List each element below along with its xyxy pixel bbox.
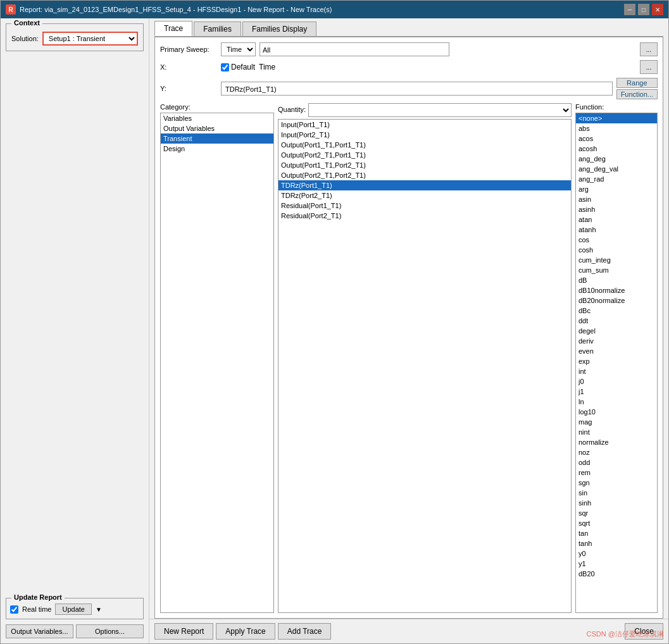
function-item-atanh[interactable]: atanh: [576, 225, 657, 235]
function-item-exp[interactable]: exp: [576, 356, 657, 366]
function-item-deriv[interactable]: deriv: [576, 336, 657, 346]
function-item-db20[interactable]: dB20: [576, 569, 657, 579]
primary-sweep-label: Primary Sweep:: [160, 46, 217, 53]
function-item-cos[interactable]: cos: [576, 235, 657, 245]
function-item-acos[interactable]: acos: [576, 133, 657, 144]
category-item-transient[interactable]: Transient: [161, 133, 273, 144]
update-button[interactable]: Update: [55, 604, 91, 615]
quantity-item-4[interactable]: Output(Port1_T1,Port2_T1): [278, 160, 571, 170]
function-item-sgn[interactable]: sgn: [576, 478, 657, 488]
bottom-left-buttons: New Report Apply Trace Add Trace: [154, 623, 331, 640]
function-item-tanh[interactable]: tanh: [576, 538, 657, 548]
function-item-sqr[interactable]: sqr: [576, 508, 657, 518]
function-item-normalize[interactable]: normalize: [576, 437, 657, 447]
category-list: Variables Output Variables Transient Des…: [160, 113, 274, 613]
solution-label: Solution:: [11, 35, 39, 42]
maximize-button[interactable]: □: [638, 4, 649, 15]
function-item-degel[interactable]: degel: [576, 326, 657, 336]
main-window: R Report: via_sim_24_0123_EMDesign1_HFSS…: [0, 0, 669, 644]
function-item-sinh[interactable]: sinh: [576, 498, 657, 508]
quantity-item-8[interactable]: Residual(Port1_T1): [278, 201, 571, 211]
function-item-j1[interactable]: j1: [576, 387, 657, 397]
function-item-db[interactable]: dB: [576, 275, 657, 285]
category-item-variables[interactable]: Variables: [161, 113, 273, 123]
function-item-ang-rad[interactable]: ang_rad: [576, 174, 657, 184]
x-dots-button[interactable]: ...: [640, 60, 658, 74]
function-item-atan[interactable]: atan: [576, 214, 657, 225]
function-item-none[interactable]: <none>: [576, 113, 657, 123]
function-item-mag[interactable]: mag: [576, 417, 657, 427]
quantity-item-1[interactable]: Input(Port2_T1): [278, 130, 571, 140]
function-item-log10[interactable]: log10: [576, 407, 657, 417]
function-item-j0[interactable]: j0: [576, 376, 657, 387]
x-default-checkbox[interactable]: [221, 63, 229, 71]
range-button[interactable]: Range: [616, 78, 658, 88]
function-item-ang-deg-val[interactable]: ang_deg_val: [576, 164, 657, 174]
quantity-header: Quantity:: [278, 106, 306, 113]
function-item-ddt[interactable]: ddt: [576, 316, 657, 326]
primary-sweep-dropdown[interactable]: Time: [221, 42, 256, 56]
tab-families[interactable]: Families: [194, 22, 241, 36]
new-report-button[interactable]: New Report: [154, 623, 213, 640]
function-item-cum-integ[interactable]: cum_integ: [576, 255, 657, 265]
function-item-asinh[interactable]: asinh: [576, 204, 657, 214]
function-item-sqrt[interactable]: sqrt: [576, 518, 657, 528]
function-item-noz[interactable]: noz: [576, 447, 657, 457]
apply-trace-button[interactable]: Apply Trace: [216, 623, 275, 640]
function-item-odd[interactable]: odd: [576, 457, 657, 468]
function-item-dbc[interactable]: dBc: [576, 306, 657, 316]
x-default-wrap: Default: [221, 63, 255, 71]
app-icon: R: [6, 4, 16, 15]
function-item-int[interactable]: int: [576, 366, 657, 376]
update-report-group: Update Report Real time Update ▼: [6, 598, 144, 619]
function-item-sin[interactable]: sin: [576, 488, 657, 498]
primary-sweep-dots-button[interactable]: ...: [640, 42, 658, 56]
function-item-y1[interactable]: y1: [576, 559, 657, 569]
tabs-bar: Trace Families Families Display: [149, 18, 668, 36]
options-button[interactable]: Options...: [76, 624, 144, 638]
watermark: CSDN @洁仔爱吃冰淇淋: [587, 629, 664, 639]
function-item-y0[interactable]: y0: [576, 548, 657, 559]
function-item-ang-deg[interactable]: ang_deg: [576, 154, 657, 164]
function-item-arg[interactable]: arg: [576, 184, 657, 194]
function-item-even[interactable]: even: [576, 346, 657, 356]
solution-dropdown[interactable]: Setup1 : Transient: [42, 32, 138, 46]
tab-families-display[interactable]: Families Display: [242, 22, 316, 36]
category-item-design[interactable]: Design: [161, 144, 273, 154]
minimize-button[interactable]: ─: [624, 4, 635, 15]
quantity-item-5[interactable]: Output(Port2_T1,Port2_T1): [278, 170, 571, 180]
title-bar-left: R Report: via_sim_24_0123_EMDesign1_HFSS…: [6, 4, 332, 15]
quantity-item-9[interactable]: Residual(Port2_T1): [278, 211, 571, 221]
quantity-item-6[interactable]: TDRz(Port1_T1): [278, 180, 571, 190]
left-panel: Context Solution: Setup1 : Transient Upd…: [1, 18, 149, 643]
quantity-header-row: Quantity:: [278, 103, 572, 117]
right-panel: Trace Families Families Display Primary …: [149, 18, 668, 643]
title-controls: ─ □ ✕: [624, 4, 663, 15]
context-group: Context Solution: Setup1 : Transient: [6, 23, 144, 51]
add-trace-button[interactable]: Add Trace: [278, 623, 332, 640]
function-item-acosh[interactable]: acosh: [576, 144, 657, 154]
function-item-db20normalize[interactable]: dB20normalize: [576, 295, 657, 306]
function-item-db10normalize[interactable]: dB10normalize: [576, 285, 657, 295]
function-item-tan[interactable]: tan: [576, 528, 657, 538]
tab-trace[interactable]: Trace: [154, 21, 192, 36]
realtime-checkbox[interactable]: [10, 605, 18, 614]
quantity-item-2[interactable]: Output(Port1_T1,Port1_T1): [278, 140, 571, 150]
quantity-item-0[interactable]: Input(Port1_T1): [278, 120, 571, 130]
quantity-item-3[interactable]: Output(Port2_T1,Port1_T1): [278, 150, 571, 160]
quantity-filter-dropdown[interactable]: [308, 103, 572, 117]
output-variables-button[interactable]: Output Variables...: [6, 624, 73, 638]
function-item-rem[interactable]: rem: [576, 468, 657, 478]
function-item-asin[interactable]: asin: [576, 194, 657, 204]
function-item-ln[interactable]: ln: [576, 397, 657, 407]
y-value: TDRz(Port1_T1): [221, 82, 613, 96]
close-window-button[interactable]: ✕: [652, 4, 663, 15]
function-item-nint[interactable]: nint: [576, 427, 657, 437]
function-button[interactable]: Function...: [616, 89, 658, 99]
function-item-abs[interactable]: abs: [576, 123, 657, 133]
quantity-item-7[interactable]: TDRz(Port2_T1): [278, 190, 571, 201]
category-item-output-variables[interactable]: Output Variables: [161, 123, 273, 133]
function-item-cosh[interactable]: cosh: [576, 245, 657, 255]
function-item-cum-sum[interactable]: cum_sum: [576, 265, 657, 275]
update-report-legend: Update Report: [11, 593, 65, 601]
